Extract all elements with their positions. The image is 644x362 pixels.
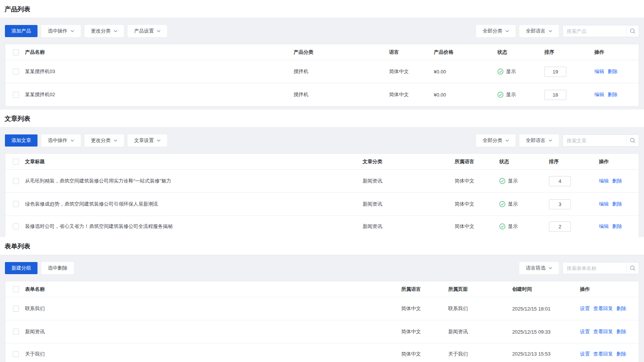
change-category-dropdown[interactable]: 更改分类 <box>84 134 124 147</box>
column-header: 文章分类 <box>363 158 455 165</box>
sort-input[interactable] <box>544 90 566 100</box>
articles-table: 文章标题 文章分类 所属语言 状态 排序 操作 从毛坯到精装，鼎筑空间建筑装修公… <box>5 153 639 237</box>
check-circle-icon <box>499 201 505 207</box>
column-header: 产品名称 <box>25 49 294 56</box>
column-header: 所属语言 <box>455 158 499 165</box>
article-settings-dropdown[interactable]: 文章设置 <box>128 134 167 147</box>
delete-selected-button[interactable]: 选中删除 <box>41 262 74 274</box>
article-search-input[interactable] <box>563 134 626 147</box>
change-category-dropdown[interactable]: 更改分类 <box>84 25 124 37</box>
product-name: 某某搅拌机03 <box>25 68 294 75</box>
form-search-input[interactable] <box>563 262 626 274</box>
product-settings-dropdown[interactable]: 产品设置 <box>128 25 167 37</box>
forms-table: 表单名称 所属语言 所属页面 创建时间 操作 联系我们 简体中文 联系我们 20… <box>5 281 639 362</box>
dropdown-label: 文章设置 <box>134 137 154 144</box>
row-checkbox[interactable] <box>13 69 19 75</box>
delete-link[interactable]: 删除 <box>608 91 617 98</box>
column-header: 操作 <box>599 158 631 165</box>
article-title: 绿色装修成趋势，鼎筑空间建筑装修公司引领环保人居新潮流 <box>25 201 363 208</box>
sort-input[interactable] <box>549 176 571 186</box>
row-checkbox[interactable] <box>13 201 19 207</box>
edit-link[interactable]: 编辑 <box>599 223 609 230</box>
select-all-checkbox[interactable] <box>13 49 19 55</box>
chevron-down-icon <box>114 30 117 32</box>
selected-action-dropdown[interactable]: 选中操作 <box>41 134 81 147</box>
form-search-button[interactable] <box>626 262 639 274</box>
table-row: 关于我们 简体中文 关于我们 2025/12/13 15:53 设置 查看回复 … <box>5 343 639 362</box>
view-replies-link[interactable]: 查看回复 <box>593 351 613 357</box>
sort-input[interactable] <box>549 222 571 232</box>
delete-link[interactable]: 删除 <box>616 328 626 335</box>
edit-link[interactable]: 编辑 <box>599 178 609 184</box>
forms-table-header: 表单名称 所属语言 所属页面 创建时间 操作 <box>5 281 639 297</box>
status-badge: 显示 <box>499 201 549 208</box>
products-panel: 添加产品 选中操作 更改分类 产品设置 全部分类 全部语言 <box>0 18 644 109</box>
product-language: 简体中文 <box>389 91 434 98</box>
search-icon <box>630 28 636 34</box>
delete-link[interactable]: 删除 <box>612 178 622 184</box>
edit-link[interactable]: 编辑 <box>599 201 609 208</box>
column-header: 文章标题 <box>25 158 363 165</box>
form-page: 联系我们 <box>448 305 512 312</box>
delete-link[interactable]: 删除 <box>616 351 626 357</box>
row-checkbox[interactable] <box>13 92 19 98</box>
view-replies-link[interactable]: 查看回复 <box>593 328 613 335</box>
articles-table-header: 文章标题 文章分类 所属语言 状态 排序 操作 <box>5 154 639 170</box>
filter-category-dropdown[interactable]: 全部分类 <box>476 134 516 147</box>
form-page: 新闻资讯 <box>448 328 512 335</box>
sort-input[interactable] <box>549 199 571 209</box>
delete-link[interactable]: 删除 <box>612 201 622 208</box>
product-search-input[interactable] <box>563 25 626 37</box>
delete-link[interactable]: 删除 <box>608 68 617 75</box>
filter-language-dropdown[interactable]: 全部语言 <box>519 134 559 147</box>
row-checkbox[interactable] <box>13 306 19 312</box>
check-circle-icon <box>497 69 503 75</box>
row-checkbox[interactable] <box>13 178 19 184</box>
form-name: 联系我们 <box>25 305 401 312</box>
product-search-button[interactable] <box>626 25 639 37</box>
delete-link[interactable]: 删除 <box>612 223 622 230</box>
chevron-down-icon <box>157 30 161 32</box>
article-search-button[interactable] <box>626 134 639 147</box>
edit-link[interactable]: 编辑 <box>594 91 604 98</box>
new-group-button[interactable]: 新建分组 <box>5 262 38 274</box>
sort-input[interactable] <box>544 67 566 77</box>
filter-category-dropdown[interactable]: 全部分类 <box>476 25 516 37</box>
dropdown-label: 全部语言 <box>526 28 546 34</box>
select-all-checkbox[interactable] <box>13 159 19 165</box>
article-category: 新闻资讯 <box>363 223 455 230</box>
edit-link[interactable]: 编辑 <box>594 68 604 75</box>
filter-language-dropdown[interactable]: 语言筛选 <box>519 262 559 274</box>
selected-action-dropdown[interactable]: 选中操作 <box>41 25 81 37</box>
article-title: 从毛坯到精装，鼎筑空间建筑装修公司用实力诠释“一站式装修”魅力 <box>25 178 363 184</box>
status-label: 显示 <box>508 201 518 208</box>
add-product-button[interactable]: 添加产品 <box>5 25 38 37</box>
articles-toolbar: 添加文章 选中操作 更改分类 文章设置 全部分类 全部语言 <box>5 128 639 153</box>
article-language: 简体中文 <box>455 201 499 208</box>
column-header: 产品分类 <box>294 49 389 56</box>
row-checkbox[interactable] <box>13 329 19 335</box>
product-price: ¥0.00 <box>434 92 497 98</box>
form-created-time: 2025/12/15 09:33 <box>512 329 580 335</box>
table-row: 某某搅拌机02 搅拌机 简体中文 ¥0.00 显示 编辑 删除 <box>5 83 639 106</box>
dropdown-label: 产品设置 <box>134 28 154 34</box>
add-article-button[interactable]: 添加文章 <box>5 134 38 147</box>
settings-link[interactable]: 设置 <box>580 328 590 335</box>
settings-link[interactable]: 设置 <box>580 305 590 312</box>
select-all-checkbox[interactable] <box>13 286 19 292</box>
settings-link[interactable]: 设置 <box>580 351 590 357</box>
column-header: 操作 <box>594 49 631 56</box>
row-checkbox[interactable] <box>13 223 19 229</box>
filter-language-dropdown[interactable]: 全部语言 <box>519 25 559 37</box>
column-header: 状态 <box>497 49 544 56</box>
delete-link[interactable]: 删除 <box>616 305 626 312</box>
column-header: 所属语言 <box>401 286 448 293</box>
forms-section: 表单列表 新建分组 选中删除 语言筛选 表单名称 所属语言 所属页面 <box>0 237 644 362</box>
column-header: 操作 <box>580 286 631 293</box>
row-checkbox[interactable] <box>13 351 19 357</box>
column-header: 排序 <box>544 49 594 56</box>
form-search <box>563 262 639 274</box>
view-replies-link[interactable]: 查看回复 <box>593 305 613 312</box>
dropdown-label: 更改分类 <box>91 137 111 144</box>
table-row: 绿色装修成趋势，鼎筑空间建筑装修公司引领环保人居新潮流 新闻资讯 简体中文 显示… <box>5 193 639 216</box>
